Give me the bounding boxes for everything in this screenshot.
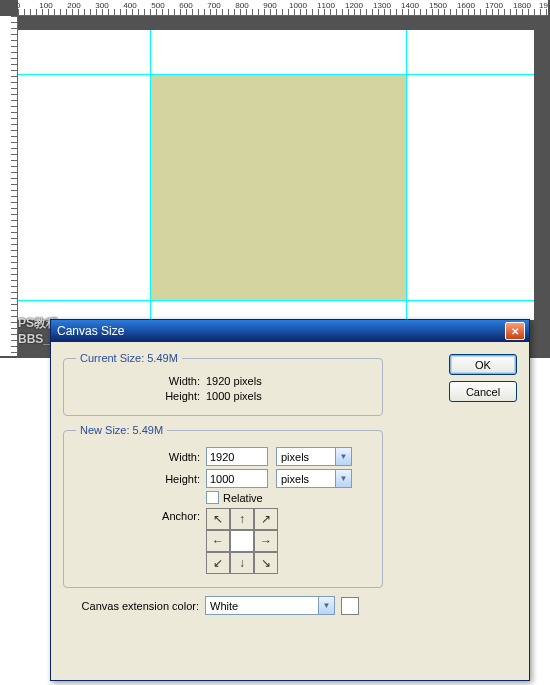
anchor-ne[interactable]: ↗ <box>254 508 278 530</box>
new-size-group: New Size: 5.49M Width: pixels ▼ Height: … <box>63 424 383 588</box>
chevron-down-icon: ▼ <box>335 448 351 465</box>
guide-horizontal-top[interactable] <box>18 74 534 75</box>
current-height-value: 1000 pixels <box>206 390 296 402</box>
height-unit-select[interactable]: pixels ▼ <box>276 469 352 488</box>
dialog-title: Canvas Size <box>57 324 124 338</box>
anchor-n[interactable]: ↑ <box>230 508 254 530</box>
canvas-size-dialog: Canvas Size ✕ OK Cancel Current Size: 5.… <box>50 319 530 681</box>
new-size-legend: New Size: 5.49M <box>76 424 167 436</box>
width-unit-select[interactable]: pixels ▼ <box>276 447 352 466</box>
workspace: 0100200 300400500 600700800 90010001100 … <box>0 0 550 358</box>
anchor-center[interactable] <box>230 530 254 552</box>
current-size-group: Current Size: 5.49M Width: 1920 pixels H… <box>63 352 383 416</box>
new-width-label: Width: <box>76 451 206 463</box>
shape-rectangle <box>150 74 406 300</box>
current-width-label: Width: <box>76 375 206 387</box>
anchor-w[interactable]: ← <box>206 530 230 552</box>
dialog-titlebar[interactable]: Canvas Size ✕ <box>51 320 529 342</box>
extension-color-select[interactable]: White ▼ <box>205 596 335 615</box>
guide-horizontal-bottom[interactable] <box>18 300 534 301</box>
chevron-down-icon: ▼ <box>335 470 351 487</box>
current-width-value: 1920 pixels <box>206 375 296 387</box>
close-icon: ✕ <box>511 326 519 337</box>
relative-label: Relative <box>223 492 263 504</box>
anchor-label: Anchor: <box>76 508 206 522</box>
anchor-e[interactable]: → <box>254 530 278 552</box>
height-input[interactable] <box>206 469 268 488</box>
relative-checkbox[interactable] <box>206 491 219 504</box>
dialog-body: OK Cancel Current Size: 5.49M Width: 192… <box>51 342 529 680</box>
ruler-vertical <box>0 16 18 356</box>
canvas-document[interactable] <box>18 30 534 320</box>
anchor-nw[interactable]: ↖ <box>206 508 230 530</box>
anchor-s[interactable]: ↓ <box>230 552 254 574</box>
ruler-horizontal: 0100200 300400500 600700800 90010001100 … <box>18 0 548 16</box>
current-size-legend: Current Size: 5.49M <box>76 352 182 364</box>
anchor-sw[interactable]: ↙ <box>206 552 230 574</box>
ok-button[interactable]: OK <box>449 354 517 375</box>
anchor-grid: ↖ ↑ ↗ ← → ↙ ↓ ↘ <box>206 508 278 574</box>
extension-color-swatch[interactable] <box>341 597 359 615</box>
cancel-button[interactable]: Cancel <box>449 381 517 402</box>
width-input[interactable] <box>206 447 268 466</box>
chevron-down-icon: ▼ <box>318 597 334 614</box>
new-height-label: Height: <box>76 473 206 485</box>
extension-color-label: Canvas extension color: <box>63 600 205 612</box>
anchor-se[interactable]: ↘ <box>254 552 278 574</box>
close-button[interactable]: ✕ <box>505 322 525 340</box>
current-height-label: Height: <box>76 390 206 402</box>
